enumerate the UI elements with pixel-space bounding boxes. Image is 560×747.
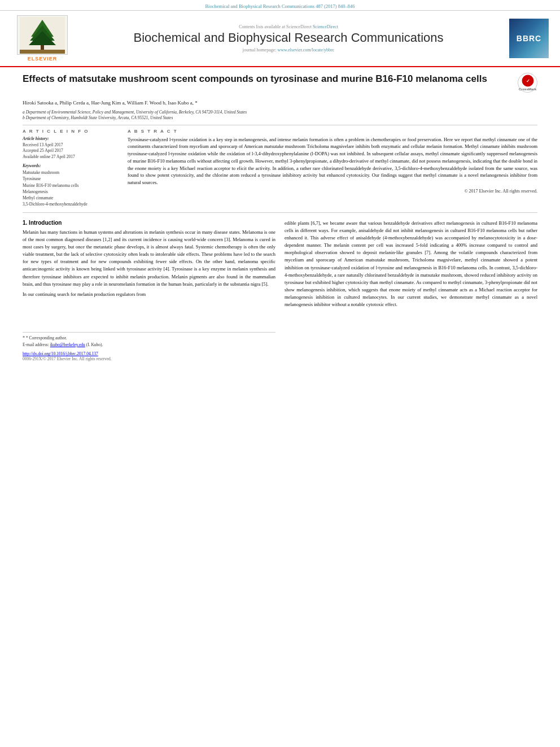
history-label: Article history: — [23, 136, 119, 141]
keyword-3: Murine B16-F10 melanoma cells — [23, 182, 119, 189]
affiliation-b: b Department of Chemistry, Humboldt Stat… — [23, 115, 537, 121]
crossmark-label: CrossMark — [519, 88, 536, 91]
main-two-col: 1. Introduction Melanin has many functio… — [23, 216, 537, 362]
intro-heading: 1. Introduction — [23, 220, 275, 226]
journal-homepage-link[interactable]: www.elsevier.com/locate/ybbrc — [277, 47, 334, 53]
affiliation-a: a Department of Environmental Science, P… — [23, 110, 537, 116]
corresponding-author-note: * * Corresponding author. — [23, 335, 275, 342]
article-title-section: Effects of matsutake mushroom scent comp… — [23, 73, 537, 95]
authors-line: Hiroki Satooka a, Philip Cerda a, Hae-Ju… — [23, 99, 537, 107]
keyword-2: Tyrosinase — [23, 176, 119, 182]
article-content: Effects of matsutake mushroom scent comp… — [0, 67, 560, 367]
divider-2 — [23, 212, 537, 213]
footnotes-area: * * Corresponding author. E-mail address… — [23, 332, 275, 348]
issn-line: 0006-291X/© 2017 Elsevier Inc. All right… — [23, 356, 275, 361]
bbrc-logo: BBRC — [509, 19, 549, 58]
sciencedirect-link: Contents lists available at ScienceDirec… — [79, 24, 498, 29]
email-link[interactable]: ikubo@berkeley.edu — [50, 342, 85, 347]
affiliations: a Department of Environmental Science, P… — [23, 110, 537, 121]
doi-area: http://dx.doi.org/10.1016/j.bbrc.2017.04… — [23, 351, 275, 361]
elsevier-logo: ELSEVIER — [11, 15, 73, 62]
journal-header: ELSEVIER Contents lists available at Sci… — [0, 11, 560, 67]
journal-reference: Biochemical and Biophysical Research Com… — [205, 3, 355, 9]
keyword-6: 3,5-Dichloro-4-methoxybenzaldehyde — [23, 201, 119, 207]
keyword-4: Melanogenesis — [23, 189, 119, 195]
email-note: E-mail address: ikubo@berkeley.edu (I. K… — [23, 342, 275, 348]
article-info-column: A R T I C L E I N F O Article history: R… — [23, 129, 119, 208]
journal-homepage: journal homepage: www.elsevier.com/locat… — [79, 47, 498, 53]
keywords-section: Keywords: Matsutake mushroom Tyrosinase … — [23, 163, 119, 208]
left-column: 1. Introduction Melanin has many functio… — [23, 220, 275, 362]
journal-title: Biochemical and Biophysical Research Com… — [79, 30, 498, 45]
article-info-label: A R T I C L E I N F O — [23, 129, 119, 134]
abstract-column: A B S T R A C T Tyrosinase-catalyzed l-t… — [128, 129, 537, 208]
intro-para-1: Melanin has many functions in human syst… — [23, 229, 275, 288]
history-received: Received 13 April 2017 — [23, 142, 119, 148]
history-accepted: Accepted 25 April 2017 — [23, 148, 119, 154]
right-para-1: edible plants [6,7], we became aware tha… — [285, 220, 537, 309]
abstract-label: A B S T R A C T — [128, 129, 537, 134]
divider — [23, 125, 537, 125]
article-info-abstract: A R T I C L E I N F O Article history: R… — [23, 129, 537, 208]
copyright-line: © 2017 Elsevier Inc. All rights reserved… — [128, 189, 537, 194]
article-history: Article history: Received 13 April 2017 … — [23, 136, 119, 160]
right-column: edible plants [6,7], we became aware tha… — [285, 220, 537, 362]
bbrc-logo-area: BBRC — [504, 19, 549, 58]
elsevier-label: ELSEVIER — [28, 56, 58, 62]
journal-reference-bar: Biochemical and Biophysical Research Com… — [0, 0, 560, 11]
doi-anchor[interactable]: http://dx.doi.org/10.1016/j.bbrc.2017.04… — [23, 351, 98, 356]
publisher-logo-area: ELSEVIER — [11, 15, 73, 62]
keyword-1: Matsutake mushroom — [23, 169, 119, 176]
crossmark-badge: ✓ CrossMark — [518, 73, 537, 93]
history-available: Available online 27 April 2017 — [23, 154, 119, 160]
keyword-5: Methyl cinnamate — [23, 195, 119, 201]
keywords-title: Keywords: — [23, 163, 119, 168]
doi-link: http://dx.doi.org/10.1016/j.bbrc.2017.04… — [23, 351, 275, 356]
intro-para-2: In our continuing search for melanin pro… — [23, 291, 275, 298]
sciencedirect-anchor[interactable]: ScienceDirect — [313, 24, 338, 29]
page-wrapper: Biochemical and Biophysical Research Com… — [0, 0, 560, 747]
elsevier-tree-image — [17, 15, 68, 55]
journal-title-area: Contents lists available at ScienceDirec… — [79, 24, 498, 53]
svg-text:✓: ✓ — [526, 78, 530, 84]
article-title: Effects of matsutake mushroom scent comp… — [23, 73, 512, 85]
abstract-text: Tyrosinase-catalyzed l-tyrosine oxidatio… — [128, 136, 537, 186]
svg-rect-5 — [20, 50, 65, 54]
